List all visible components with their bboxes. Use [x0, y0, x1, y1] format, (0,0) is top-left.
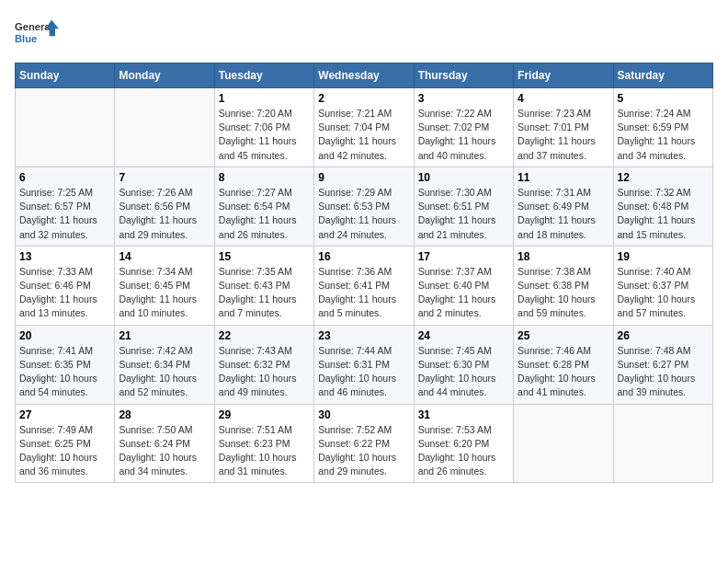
calendar-week-4: 20Sunrise: 7:41 AMSunset: 6:35 PMDayligh…: [16, 325, 713, 404]
calendar-cell: 23Sunrise: 7:44 AMSunset: 6:31 PMDayligh…: [314, 325, 414, 404]
calendar-cell: [115, 88, 214, 167]
day-number: 6: [19, 171, 110, 184]
calendar-cell: 11Sunrise: 7:31 AMSunset: 6:49 PMDayligh…: [514, 167, 613, 246]
day-info: Sunrise: 7:36 AMSunset: 6:41 PMDaylight:…: [318, 265, 409, 321]
day-info: Sunrise: 7:53 AMSunset: 6:20 PMDaylight:…: [418, 423, 509, 479]
day-info: Sunrise: 7:25 AMSunset: 6:57 PMDaylight:…: [19, 186, 110, 242]
calendar-cell: 15Sunrise: 7:35 AMSunset: 6:43 PMDayligh…: [214, 246, 313, 325]
day-info: Sunrise: 7:32 AMSunset: 6:48 PMDaylight:…: [618, 186, 709, 242]
day-info: Sunrise: 7:26 AMSunset: 6:56 PMDaylight:…: [119, 186, 210, 242]
day-number: 29: [219, 408, 310, 421]
day-number: 5: [618, 92, 709, 105]
day-info: Sunrise: 7:34 AMSunset: 6:45 PMDaylight:…: [119, 265, 210, 321]
day-number: 20: [19, 329, 110, 342]
col-header-sunday: Sunday: [16, 63, 115, 88]
calendar-week-2: 6Sunrise: 7:25 AMSunset: 6:57 PMDaylight…: [16, 167, 713, 246]
day-number: 24: [418, 329, 509, 342]
day-info: Sunrise: 7:27 AMSunset: 6:54 PMDaylight:…: [219, 186, 310, 242]
calendar-table: SundayMondayTuesdayWednesdayThursdayFrid…: [15, 63, 713, 483]
day-info: Sunrise: 7:46 AMSunset: 6:28 PMDaylight:…: [518, 344, 609, 400]
day-info: Sunrise: 7:30 AMSunset: 6:51 PMDaylight:…: [418, 186, 509, 242]
day-info: Sunrise: 7:35 AMSunset: 6:43 PMDaylight:…: [219, 265, 310, 321]
col-header-tuesday: Tuesday: [214, 63, 313, 88]
day-info: Sunrise: 7:20 AMSunset: 7:06 PMDaylight:…: [219, 107, 310, 163]
day-info: Sunrise: 7:22 AMSunset: 7:02 PMDaylight:…: [418, 107, 509, 163]
day-number: 15: [219, 250, 310, 263]
calendar-cell: 29Sunrise: 7:51 AMSunset: 6:23 PMDayligh…: [214, 404, 313, 483]
day-number: 28: [119, 408, 210, 421]
day-info: Sunrise: 7:51 AMSunset: 6:23 PMDaylight:…: [219, 423, 310, 479]
day-number: 23: [318, 329, 409, 342]
day-number: 9: [318, 171, 409, 184]
calendar-cell: 17Sunrise: 7:37 AMSunset: 6:40 PMDayligh…: [414, 246, 513, 325]
day-number: 8: [219, 171, 310, 184]
day-info: Sunrise: 7:44 AMSunset: 6:31 PMDaylight:…: [318, 344, 409, 400]
day-number: 17: [418, 250, 509, 263]
day-info: Sunrise: 7:41 AMSunset: 6:35 PMDaylight:…: [19, 344, 110, 400]
day-number: 19: [618, 250, 709, 263]
col-header-saturday: Saturday: [613, 63, 712, 88]
calendar-week-1: 1Sunrise: 7:20 AMSunset: 7:06 PMDaylight…: [16, 88, 713, 167]
day-number: 10: [418, 171, 509, 184]
calendar-cell: 5Sunrise: 7:24 AMSunset: 6:59 PMDaylight…: [613, 88, 712, 167]
calendar-week-5: 27Sunrise: 7:49 AMSunset: 6:25 PMDayligh…: [16, 404, 713, 483]
calendar-cell: 19Sunrise: 7:40 AMSunset: 6:37 PMDayligh…: [613, 246, 712, 325]
day-info: Sunrise: 7:49 AMSunset: 6:25 PMDaylight:…: [19, 423, 110, 479]
col-header-friday: Friday: [514, 63, 613, 88]
day-number: 30: [318, 408, 409, 421]
logo: General Blue: [15, 15, 59, 52]
calendar-cell: 7Sunrise: 7:26 AMSunset: 6:56 PMDaylight…: [115, 167, 214, 246]
calendar-cell: 2Sunrise: 7:21 AMSunset: 7:04 PMDaylight…: [314, 88, 414, 167]
calendar-cell: [613, 404, 712, 483]
day-number: 25: [518, 329, 609, 342]
day-info: Sunrise: 7:42 AMSunset: 6:34 PMDaylight:…: [119, 344, 210, 400]
calendar-cell: 30Sunrise: 7:52 AMSunset: 6:22 PMDayligh…: [314, 404, 414, 483]
day-number: 18: [518, 250, 609, 263]
calendar-cell: 31Sunrise: 7:53 AMSunset: 6:20 PMDayligh…: [414, 404, 513, 483]
calendar-cell: 10Sunrise: 7:30 AMSunset: 6:51 PMDayligh…: [414, 167, 513, 246]
page-header: General Blue: [15, 15, 713, 52]
calendar-cell: 28Sunrise: 7:50 AMSunset: 6:24 PMDayligh…: [115, 404, 214, 483]
calendar-cell: 13Sunrise: 7:33 AMSunset: 6:46 PMDayligh…: [16, 246, 115, 325]
svg-text:Blue: Blue: [15, 33, 37, 44]
day-info: Sunrise: 7:33 AMSunset: 6:46 PMDaylight:…: [19, 265, 110, 321]
calendar-cell: 22Sunrise: 7:43 AMSunset: 6:32 PMDayligh…: [214, 325, 313, 404]
calendar-cell: 12Sunrise: 7:32 AMSunset: 6:48 PMDayligh…: [613, 167, 712, 246]
day-number: 26: [618, 329, 709, 342]
day-info: Sunrise: 7:23 AMSunset: 7:01 PMDaylight:…: [518, 107, 609, 163]
day-number: 27: [19, 408, 110, 421]
calendar-cell: [514, 404, 613, 483]
day-number: 7: [119, 171, 210, 184]
day-number: 12: [618, 171, 709, 184]
col-header-monday: Monday: [115, 63, 214, 88]
day-number: 13: [19, 250, 110, 263]
day-info: Sunrise: 7:45 AMSunset: 6:30 PMDaylight:…: [418, 344, 509, 400]
calendar-cell: 3Sunrise: 7:22 AMSunset: 7:02 PMDaylight…: [414, 88, 513, 167]
calendar-cell: 16Sunrise: 7:36 AMSunset: 6:41 PMDayligh…: [314, 246, 414, 325]
day-number: 11: [518, 171, 609, 184]
day-info: Sunrise: 7:50 AMSunset: 6:24 PMDaylight:…: [119, 423, 210, 479]
calendar-cell: 8Sunrise: 7:27 AMSunset: 6:54 PMDaylight…: [214, 167, 313, 246]
calendar-cell: 25Sunrise: 7:46 AMSunset: 6:28 PMDayligh…: [514, 325, 613, 404]
calendar-cell: 4Sunrise: 7:23 AMSunset: 7:01 PMDaylight…: [514, 88, 613, 167]
calendar-cell: 14Sunrise: 7:34 AMSunset: 6:45 PMDayligh…: [115, 246, 214, 325]
logo-svg: General Blue: [15, 15, 59, 52]
day-info: Sunrise: 7:37 AMSunset: 6:40 PMDaylight:…: [418, 265, 509, 321]
day-info: Sunrise: 7:24 AMSunset: 6:59 PMDaylight:…: [618, 107, 709, 163]
calendar-cell: [16, 88, 115, 167]
day-info: Sunrise: 7:40 AMSunset: 6:37 PMDaylight:…: [618, 265, 709, 321]
day-number: 16: [318, 250, 409, 263]
calendar-cell: 20Sunrise: 7:41 AMSunset: 6:35 PMDayligh…: [16, 325, 115, 404]
calendar-cell: 21Sunrise: 7:42 AMSunset: 6:34 PMDayligh…: [115, 325, 214, 404]
calendar-cell: 18Sunrise: 7:38 AMSunset: 6:38 PMDayligh…: [514, 246, 613, 325]
col-header-wednesday: Wednesday: [314, 63, 414, 88]
calendar-week-3: 13Sunrise: 7:33 AMSunset: 6:46 PMDayligh…: [16, 246, 713, 325]
day-info: Sunrise: 7:21 AMSunset: 7:04 PMDaylight:…: [318, 107, 409, 163]
calendar-header-row: SundayMondayTuesdayWednesdayThursdayFrid…: [16, 63, 713, 88]
day-info: Sunrise: 7:38 AMSunset: 6:38 PMDaylight:…: [518, 265, 609, 321]
day-info: Sunrise: 7:48 AMSunset: 6:27 PMDaylight:…: [618, 344, 709, 400]
day-number: 4: [518, 92, 609, 105]
day-info: Sunrise: 7:43 AMSunset: 6:32 PMDaylight:…: [219, 344, 310, 400]
calendar-cell: 24Sunrise: 7:45 AMSunset: 6:30 PMDayligh…: [414, 325, 513, 404]
day-number: 1: [219, 92, 310, 105]
